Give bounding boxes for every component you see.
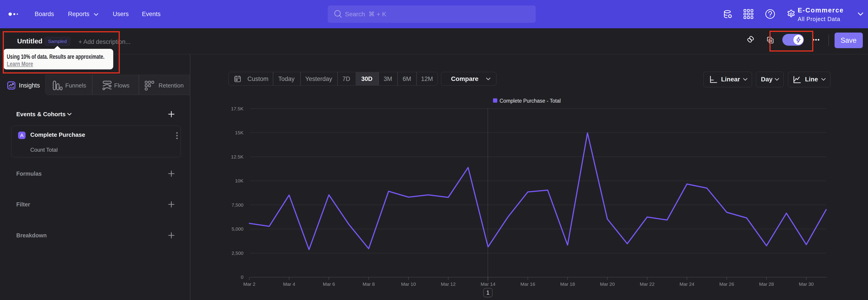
- svg-text:Mar 26: Mar 26: [719, 281, 734, 287]
- svg-text:Mar 30: Mar 30: [799, 281, 813, 287]
- svg-text:Mar 22: Mar 22: [640, 281, 654, 287]
- svg-text:1: 1: [487, 289, 490, 296]
- svg-text:2,500: 2,500: [231, 250, 243, 256]
- svg-text:Mar 28: Mar 28: [759, 281, 774, 287]
- svg-text:Mar 24: Mar 24: [680, 281, 694, 287]
- svg-text:Mar 16: Mar 16: [520, 281, 535, 287]
- svg-text:Mar 6: Mar 6: [323, 281, 335, 287]
- svg-text:5,000: 5,000: [231, 226, 243, 232]
- svg-text:17.5K: 17.5K: [231, 106, 243, 111]
- svg-text:Mar 4: Mar 4: [283, 281, 295, 287]
- svg-text:Mar 20: Mar 20: [600, 281, 615, 287]
- svg-text:Mar 2: Mar 2: [243, 281, 255, 287]
- svg-text:Mar 10: Mar 10: [401, 281, 416, 287]
- svg-text:15K: 15K: [235, 130, 243, 135]
- svg-text:Mar 14: Mar 14: [480, 281, 495, 287]
- svg-text:Mar 18: Mar 18: [560, 281, 575, 287]
- svg-text:12.5K: 12.5K: [231, 154, 243, 159]
- svg-text:7,500: 7,500: [231, 202, 243, 208]
- svg-text:Mar 8: Mar 8: [363, 281, 375, 287]
- svg-text:10K: 10K: [235, 178, 243, 183]
- svg-text:Complete Purchase - Total: Complete Purchase - Total: [500, 98, 561, 104]
- svg-text:Mar 12: Mar 12: [441, 281, 456, 287]
- svg-text:0: 0: [241, 274, 243, 280]
